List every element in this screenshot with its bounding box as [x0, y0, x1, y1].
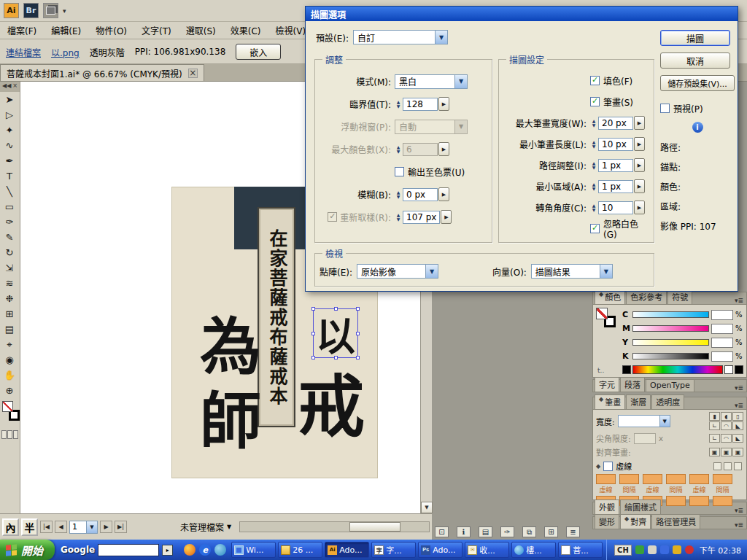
selection-handle[interactable] — [356, 332, 360, 335]
slider-popup-icon[interactable]: ▶ — [438, 142, 449, 156]
dash-field[interactable] — [689, 496, 709, 506]
swatches-panel-icon[interactable]: ▤ — [479, 526, 492, 537]
trace-button[interactable]: 描圖 — [660, 30, 730, 46]
slider-popup-icon[interactable]: ▶ — [438, 97, 449, 111]
scrollbar-thumb[interactable] — [349, 522, 400, 532]
selection-handle[interactable] — [311, 307, 315, 311]
blend-tool[interactable]: ◉ — [0, 352, 19, 368]
dash-align-button[interactable] — [724, 462, 732, 470]
mesh-tool[interactable]: ⊞ — [0, 306, 19, 322]
chevron-down-icon[interactable]: ▼ — [425, 265, 438, 278]
dash-field[interactable] — [666, 496, 686, 506]
join-button-icon[interactable]: ◣ — [732, 434, 743, 443]
align-stroke-button-icon[interactable]: ▣ — [721, 448, 732, 456]
info-panel-icon[interactable]: ℹ — [457, 526, 471, 537]
dash-field[interactable] — [619, 474, 639, 484]
firefox-icon[interactable] — [184, 544, 196, 556]
task-document[interactable]: 菩... — [558, 542, 603, 558]
selection-handle[interactable] — [311, 332, 315, 335]
chevron-down-icon[interactable]: ▼ — [454, 120, 467, 133]
spinner-arrows-icon[interactable]: ▲▼ — [395, 100, 402, 109]
chevron-down-icon[interactable]: ▾ — [63, 7, 66, 15]
chevron-down-icon[interactable]: ▼ — [435, 31, 447, 44]
join-button-icon[interactable]: ∟ — [709, 434, 720, 443]
chevron-down-icon[interactable]: ▼ — [227, 524, 231, 530]
dialog-spinner[interactable]: ▲▼20 px▶ — [590, 116, 645, 130]
gradient-tool[interactable]: ▤ — [0, 322, 19, 337]
close-icon[interactable]: × — [12, 82, 18, 91]
hand-tool[interactable]: ✋ — [0, 368, 19, 383]
tab-appearance[interactable]: 外觀 — [595, 499, 619, 514]
brushes-panel-icon[interactable]: ✑ — [500, 526, 514, 537]
calligraphy-char-jie[interactable]: 戒 — [298, 352, 365, 449]
magic-wand-tool[interactable]: ✦ — [0, 122, 19, 138]
dash-field[interactable] — [596, 474, 616, 484]
color-value-field[interactable] — [711, 324, 733, 334]
cancel-button[interactable]: 取消 — [660, 52, 730, 69]
direct-selection-tool[interactable]: ▷ — [0, 107, 19, 122]
panel-menu-icon[interactable]: ▾≣ — [735, 507, 745, 514]
cap-button-icon[interactable]: ▯ — [732, 412, 743, 421]
join-button-icon[interactable]: ◣ — [732, 421, 743, 430]
tab-graphic-styles[interactable]: 繪圖樣式 — [620, 499, 661, 514]
dialog-checkbox[interactable]: 忽略白色(G) — [590, 217, 649, 240]
task-illustrator[interactable]: AiAdo... — [325, 542, 369, 558]
slider-popup-icon[interactable]: ▶ — [634, 158, 645, 172]
spinner-arrows-icon[interactable]: ▲▼ — [590, 182, 597, 191]
slider-popup-icon[interactable]: ▶ — [634, 116, 645, 130]
tab-align[interactable]: ◆對齊 — [620, 514, 651, 529]
panel-menu-icon[interactable]: ▾≣ — [735, 521, 745, 529]
dialog-dropdown[interactable]: 黑白▼ — [395, 74, 468, 89]
tab-pathfinder[interactable]: 路徑管理員 — [651, 514, 700, 529]
panel-menu-icon[interactable]: ▾≣ — [735, 402, 745, 409]
first-page-button[interactable]: |◀ — [40, 521, 53, 533]
page-number-combo[interactable]: 1 ▼ — [69, 521, 98, 534]
task-folder[interactable]: 26 ... — [278, 542, 322, 558]
update-icon[interactable] — [673, 545, 681, 554]
menu-select[interactable]: 選取(S) — [179, 22, 223, 39]
navigator-panel-icon[interactable]: ⊡ — [435, 526, 449, 537]
language-indicator[interactable]: CH — [614, 545, 632, 556]
tab-opentype[interactable]: OpenType — [646, 379, 694, 392]
black-swatch[interactable] — [622, 365, 631, 374]
join-button-icon[interactable]: ◠ — [721, 421, 732, 430]
internet-explorer-icon[interactable]: e — [199, 544, 211, 556]
color-value-field[interactable] — [711, 338, 733, 348]
menu-object[interactable]: 物件(O) — [88, 22, 134, 39]
tab-character[interactable]: 字元 — [595, 377, 619, 392]
dialog-spinner[interactable]: ▲▼128▶ — [395, 97, 449, 111]
normal-screen-mode-button[interactable] — [1, 430, 7, 439]
menu-effect[interactable]: 效果(C) — [223, 22, 268, 39]
tab-paragraph[interactable]: 段落 — [620, 377, 645, 392]
tab-stroke[interactable]: ◆筆畫 — [595, 394, 625, 409]
scale-tool[interactable]: ⇲ — [0, 260, 19, 276]
search-go-button[interactable]: ▸ — [162, 545, 173, 556]
dialog-spinner[interactable]: ▲▼10 px▶ — [590, 137, 645, 151]
zoom-tool[interactable]: ⊕ — [0, 383, 19, 398]
selection-bounding-box[interactable]: 以 — [313, 308, 358, 358]
fill-swatch-none[interactable] — [596, 308, 608, 319]
spinner-arrows-icon[interactable]: ▲▼ — [395, 213, 402, 222]
layers-panel-icon[interactable]: ⧉ — [522, 526, 536, 537]
horizontal-scrollbar[interactable] — [239, 521, 430, 532]
checkbox-icon[interactable] — [328, 212, 337, 222]
cap-button-icon[interactable]: ▮ — [709, 412, 720, 421]
vector-view-combo[interactable]: 描圖結果 ▼ — [531, 264, 613, 279]
dialog-spinner[interactable]: ▲▼6▶ — [395, 142, 449, 156]
messenger-icon[interactable] — [214, 544, 226, 556]
black-swatch[interactable] — [735, 365, 743, 374]
join-button-icon[interactable]: ◠ — [721, 434, 732, 443]
embed-button[interactable]: 嵌入 — [236, 44, 281, 60]
menu-file[interactable]: 檔案(F) — [0, 22, 44, 39]
align-stroke-button-icon[interactable]: ▣ — [709, 448, 720, 456]
selection-handle[interactable] — [356, 307, 360, 311]
selection-handle[interactable] — [334, 307, 338, 311]
full-screen-menu-mode-button[interactable] — [7, 430, 12, 439]
menu-edit[interactable]: 編輯(E) — [44, 22, 88, 39]
slider-popup-icon[interactable]: ▶ — [634, 201, 645, 214]
chevron-down-icon[interactable]: ▼ — [454, 75, 467, 88]
stroke-width-combo[interactable]: ▼ — [618, 415, 670, 427]
tab-gradient[interactable]: 漸層 — [626, 394, 651, 409]
spinner-arrows-icon[interactable]: ▲▼ — [590, 161, 597, 170]
pen-tool[interactable]: ✒ — [0, 153, 19, 168]
